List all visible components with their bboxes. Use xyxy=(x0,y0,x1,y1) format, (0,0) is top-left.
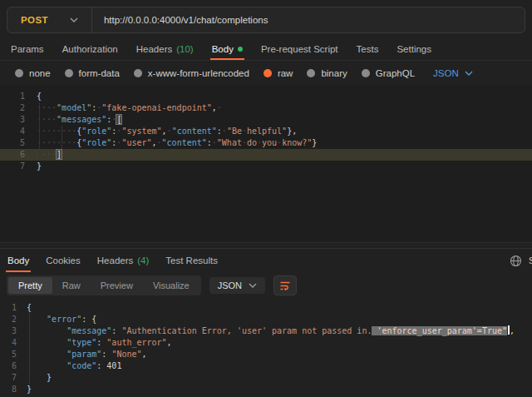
view-tab-raw[interactable]: Raw xyxy=(52,277,91,294)
code-line[interactable]: 4········{"role":·"system",·"content":·"… xyxy=(0,126,532,137)
code-line[interactable]: 8} xyxy=(0,384,532,395)
tab-headers[interactable]: Headers(10) xyxy=(136,37,194,60)
code-line[interactable]: 6 "code": 401 xyxy=(0,360,532,372)
line-number: 4 xyxy=(0,126,37,137)
globe-icon[interactable] xyxy=(510,255,522,267)
body-type-graphql[interactable]: GraphQL xyxy=(362,68,415,78)
radio-label: x-www-form-urlencoded xyxy=(148,68,249,78)
radio-label: none xyxy=(29,68,51,78)
view-tab-visualize[interactable]: Visualize xyxy=(143,277,200,294)
tab-authorization[interactable]: Authorization xyxy=(62,37,118,60)
code-token: "model" xyxy=(57,103,91,112)
response-body-editor[interactable]: 1{2 "error": {3 "message": "Authenticati… xyxy=(0,298,532,397)
code-content: } xyxy=(27,372,52,384)
radio-label: GraphQL xyxy=(376,68,415,78)
code-token: "error" xyxy=(47,315,81,324)
code-line[interactable]: 5 "param": "None", xyxy=(0,349,532,360)
body-present-dot-icon xyxy=(238,47,243,52)
code-line[interactable]: 3 "message": "Authentication Error, 'use… xyxy=(0,325,532,337)
body-type-x-www-form-urlencoded[interactable]: x-www-form-urlencoded xyxy=(134,68,249,78)
code-line[interactable]: 1{ xyxy=(0,302,532,314)
tab-body[interactable]: Body xyxy=(212,37,243,60)
code-content: ····"messages":·[ xyxy=(37,114,121,126)
request-tabs: ParamsAuthorizationHeaders(10)BodyPre-re… xyxy=(0,37,532,61)
wrap-lines-button[interactable] xyxy=(273,275,297,295)
radio-label: form-data xyxy=(79,68,120,78)
tab-label: Params xyxy=(11,44,44,54)
radio-label: binary xyxy=(321,68,347,78)
indent-guide xyxy=(39,102,40,161)
body-type-raw[interactable]: raw xyxy=(264,68,293,78)
code-token: "None" xyxy=(111,350,141,359)
code-content: { xyxy=(27,302,32,314)
code-line[interactable]: 7 } xyxy=(0,372,532,384)
tab-settings[interactable]: Settings xyxy=(397,37,431,60)
request-body-editor[interactable]: 1{2····"model":·"fake-openai-endpoint",·… xyxy=(0,85,532,243)
tab-tests[interactable]: Tests xyxy=(357,37,379,60)
divider xyxy=(91,7,92,32)
request-format-dropdown[interactable]: JSON xyxy=(433,68,473,78)
code-line[interactable]: 6····] xyxy=(0,149,532,161)
body-type-binary[interactable]: binary xyxy=(307,68,347,78)
code-line[interactable]: 1{ xyxy=(0,91,532,102)
method-selector[interactable]: POST xyxy=(7,7,91,32)
tab-label: Headers xyxy=(97,256,133,265)
code-token: "Be xyxy=(227,127,242,136)
request-format-label: JSON xyxy=(433,68,459,78)
code-token: "role" xyxy=(81,127,111,136)
code-token xyxy=(27,361,66,370)
code-token: 'enforce_user_param'=True" xyxy=(372,326,507,335)
code-token: } xyxy=(37,161,42,171)
code-token: "content" xyxy=(162,138,207,147)
tab-label: Body xyxy=(7,256,29,265)
response-tab-test-results[interactable]: Test Results xyxy=(165,249,218,272)
radio-icon xyxy=(134,69,142,77)
line-number: 5 xyxy=(0,349,27,360)
code-token: ] xyxy=(57,150,62,159)
code-content: ········{"role":·"user",·"content":·"Wha… xyxy=(37,137,317,149)
body-type-none[interactable]: none xyxy=(15,68,51,78)
line-number: 3 xyxy=(0,325,27,337)
code-token xyxy=(27,326,66,335)
tab-pre-request-script[interactable]: Pre-request Script xyxy=(261,37,338,60)
radio-icon xyxy=(362,69,370,77)
code-line[interactable]: 3····"messages":·[ xyxy=(0,114,532,126)
view-tab-preview[interactable]: Preview xyxy=(91,277,143,294)
code-token: you xyxy=(262,138,277,147)
code-token: "Authentication Error, 'user' param not … xyxy=(121,326,372,335)
line-number: 7 xyxy=(0,161,37,172)
code-line[interactable]: 2 "error": { xyxy=(0,314,532,325)
code-token: "type" xyxy=(66,338,96,347)
code-line[interactable]: 5········{"role":·"user",·"content":·"Wh… xyxy=(0,137,532,149)
url-input[interactable]: http://0.0.0.0:4000/v1/chat/completions xyxy=(104,15,268,25)
code-token: "message" xyxy=(66,326,111,335)
chevron-down-icon xyxy=(70,17,78,22)
code-token: } xyxy=(47,373,52,382)
radio-icon xyxy=(264,69,272,77)
code-token: do xyxy=(247,138,257,147)
code-token: ········ xyxy=(37,138,76,147)
code-token: "What xyxy=(217,138,242,147)
code-line[interactable]: 7} xyxy=(0,161,532,172)
code-token: , xyxy=(167,338,172,347)
code-content: "code": 401 xyxy=(27,360,121,372)
response-tab-cookies[interactable]: Cookies xyxy=(46,249,81,272)
body-type-form-data[interactable]: form-data xyxy=(65,68,120,78)
indent-guide xyxy=(62,126,62,149)
line-number: 2 xyxy=(0,314,27,325)
tab-params[interactable]: Params xyxy=(11,37,44,60)
code-line[interactable]: 2····"model":·"fake-openai-endpoint",· xyxy=(0,102,532,114)
code-line[interactable]: 4 "type": "auth_error", xyxy=(0,337,532,349)
tab-count: (4) xyxy=(137,256,149,265)
tab-label: Authorization xyxy=(62,44,118,54)
clipped-status-text: S xyxy=(529,256,532,265)
response-format-dropdown[interactable]: JSON xyxy=(209,277,265,294)
response-tab-headers[interactable]: Headers(4) xyxy=(97,249,150,272)
line-number: 6 xyxy=(0,149,37,161)
code-token: "content" xyxy=(172,127,217,136)
response-header-right: S xyxy=(510,249,532,272)
code-token: [ xyxy=(116,115,121,124)
view-tab-pretty[interactable]: Pretty xyxy=(8,277,52,294)
chevron-down-icon xyxy=(465,71,473,76)
response-tab-body[interactable]: Body xyxy=(7,249,29,272)
